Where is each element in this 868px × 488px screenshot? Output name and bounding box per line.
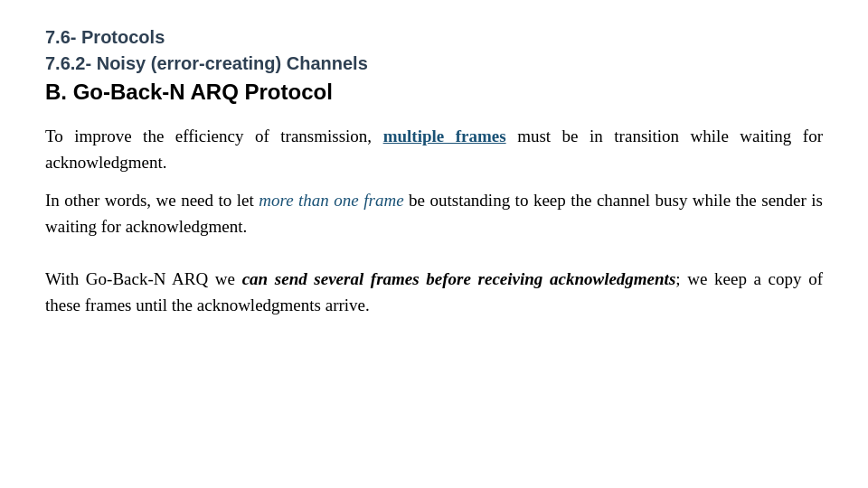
para3-bolditalic: can send several frames before receiving… xyxy=(242,269,676,288)
paragraph-1: To improve the efficiency of transmissio… xyxy=(45,123,823,176)
para1-text1: To improve the efficiency of transmissio… xyxy=(45,127,383,145)
para2-text1: In other words, we need to let xyxy=(45,191,259,210)
heading-762: 7.6- Protocols xyxy=(45,27,823,48)
para3-text1: With Go-Back-N ARQ we xyxy=(45,269,242,288)
paragraph-3: With Go-Back-N ARQ we can send several f… xyxy=(45,266,823,319)
slide-container: 7.6- Protocols 7.6.2- Noisy (error-creat… xyxy=(0,0,868,488)
para1-highlight: multiple frames xyxy=(383,127,506,145)
para2-italic: more than one frame xyxy=(259,191,403,210)
heading-b: B. Go-Back-N ARQ Protocol xyxy=(45,80,823,105)
paragraph-2: In other words, we need to let more than… xyxy=(45,187,823,240)
heading-762b: 7.6.2- Noisy (error-creating) Channels xyxy=(45,53,823,74)
